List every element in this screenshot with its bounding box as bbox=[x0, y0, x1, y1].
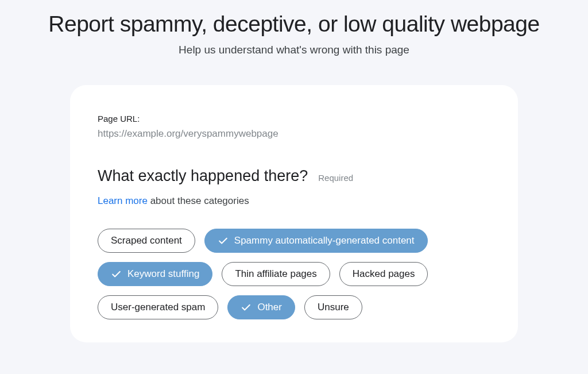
category-chip[interactable]: Thin affiliate pages bbox=[222, 262, 330, 286]
chip-label: Hacked pages bbox=[353, 268, 415, 280]
category-chip[interactable]: Scraped content bbox=[98, 229, 195, 253]
chip-label: Other bbox=[257, 302, 282, 313]
page-title: Report spammy, deceptive, or low quality… bbox=[17, 11, 571, 37]
chip-label: Scraped content bbox=[111, 235, 182, 246]
url-label: Page URL: bbox=[98, 114, 490, 124]
learn-more-text: Learn more about these categories bbox=[98, 195, 490, 207]
chip-label: Unsure bbox=[318, 302, 349, 313]
learn-more-suffix: about these categories bbox=[148, 195, 249, 206]
chip-label: Thin affiliate pages bbox=[235, 268, 316, 280]
learn-more-link[interactable]: Learn more bbox=[98, 195, 148, 206]
category-chip[interactable]: Hacked pages bbox=[339, 262, 428, 286]
category-chip[interactable]: Unsure bbox=[304, 295, 362, 319]
check-icon bbox=[111, 269, 122, 280]
category-chip[interactable]: User-generated spam bbox=[98, 295, 218, 319]
chip-label: User-generated spam bbox=[111, 302, 205, 313]
check-icon bbox=[218, 236, 229, 246]
page-subtitle: Help us understand what's wrong with thi… bbox=[17, 44, 571, 56]
category-chip[interactable]: Spammy automatically-generated content bbox=[204, 229, 428, 253]
question-title: What exactly happened there? bbox=[98, 167, 308, 185]
category-chips: Scraped contentSpammy automatically-gene… bbox=[98, 229, 490, 319]
chip-label: Spammy automatically-generated content bbox=[234, 235, 415, 246]
category-chip[interactable]: Other bbox=[227, 295, 295, 319]
category-chip[interactable]: Keyword stuffing bbox=[98, 262, 212, 286]
required-badge: Required bbox=[318, 173, 353, 183]
url-value: https://example.org/veryspammywebpage bbox=[98, 128, 490, 140]
check-icon bbox=[241, 302, 252, 313]
chip-label: Keyword stuffing bbox=[127, 268, 199, 280]
report-card: Page URL: https://example.org/veryspammy… bbox=[70, 85, 518, 342]
